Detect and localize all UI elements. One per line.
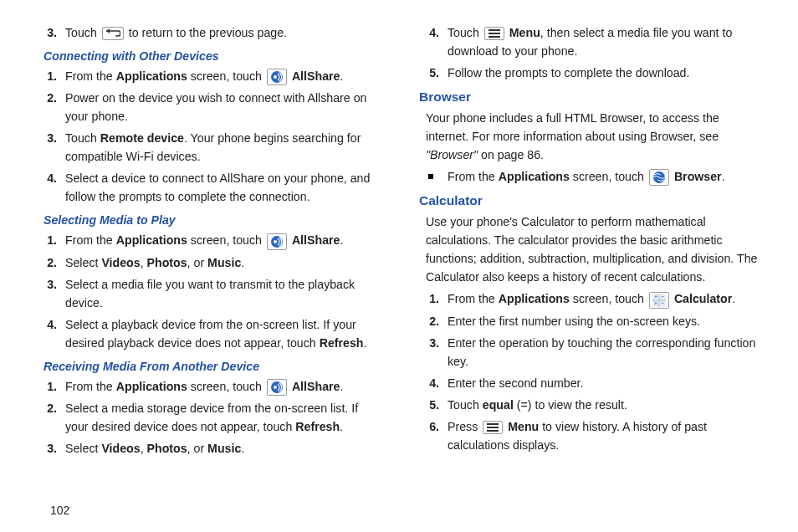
allshare-icon <box>267 379 287 396</box>
svg-rect-17 <box>487 423 499 425</box>
heading-calculator: Calculator <box>419 191 761 211</box>
list-item: 3.Select a media file you want to transm… <box>37 275 379 312</box>
calculator-icon: +−×÷ <box>649 292 669 309</box>
svg-point-3 <box>274 240 277 243</box>
svg-point-1 <box>274 75 277 79</box>
heading-browser: Browser <box>419 87 761 107</box>
menu-icon <box>484 27 504 40</box>
svg-rect-7 <box>489 33 500 34</box>
list-item: 1.From the Applications screen, touch Al… <box>37 231 379 249</box>
svg-rect-19 <box>487 430 499 432</box>
manual-page: 3. Touch to return to the previous page.… <box>0 0 798 532</box>
calculator-intro: Use your phone's Calculator to perform m… <box>419 212 761 286</box>
svg-text:÷: ÷ <box>661 300 664 306</box>
browser-intro: Your phone includes a full HTML Browser,… <box>419 109 761 164</box>
receiving-list: 1.From the Applications screen, touch Al… <box>37 377 379 458</box>
selecting-list: 1.From the Applications screen, touch Al… <box>37 231 379 351</box>
left-top-list: 3. Touch to return to the previous page. <box>37 23 379 42</box>
list-item: 1.From the Applications screen, touch Al… <box>37 377 379 396</box>
right-top-list: 4.Touch Menu, then select a media file y… <box>419 23 761 82</box>
list-item: 4.Touch Menu, then select a media file y… <box>419 23 761 60</box>
list-item: 2.Enter the first number using the on-sc… <box>419 312 761 330</box>
subheading-selecting: Selecting Media to Play <box>43 211 379 229</box>
allshare-icon <box>267 69 287 85</box>
list-item: 4.Enter the second number. <box>419 374 761 392</box>
list-item: 6.Press Menu to view history. A history … <box>419 417 761 454</box>
list-item: 4.Select a playback device from the on-s… <box>37 315 379 352</box>
svg-rect-8 <box>489 36 500 38</box>
list-item: 4.Select a device to connect to AllShare… <box>37 169 379 206</box>
svg-text:−: − <box>661 294 664 299</box>
page-number: 102 <box>50 504 69 517</box>
svg-rect-6 <box>489 29 500 31</box>
list-item: 3.Enter the operation by touching the co… <box>419 334 761 371</box>
list-item: 2.Power on the device you wish to connec… <box>37 89 379 125</box>
list-item: 1.From the Applications screen, touch Al… <box>37 67 379 85</box>
browser-bullet: From the Applications screen, touch Brow… <box>419 167 761 186</box>
browser-icon <box>649 169 669 186</box>
list-item: 2.Select a media storage device from the… <box>37 399 379 436</box>
menu-icon <box>483 421 503 434</box>
svg-text:×: × <box>654 300 657 306</box>
svg-rect-18 <box>487 427 499 428</box>
svg-point-5 <box>274 386 277 389</box>
list-item: 2.Select Videos, Photos, or Music. <box>37 253 379 272</box>
subheading-receiving: Receiving Media From Another Device <box>43 357 379 376</box>
list-item: 5.Touch equal (=) to view the result. <box>419 396 761 414</box>
right-column: 4.Touch Menu, then select a media file y… <box>419 23 761 515</box>
list-item: 1.From the Applications screen, touch +−… <box>419 289 761 308</box>
list-item: 3. Touch to return to the previous page. <box>37 23 379 42</box>
allshare-icon <box>267 233 287 250</box>
svg-text:+: + <box>654 294 657 299</box>
list-item: 3.Touch Remote device. Your phone begins… <box>37 129 379 166</box>
back-icon <box>102 27 124 40</box>
left-column: 3. Touch to return to the previous page.… <box>37 23 379 515</box>
connecting-list: 1.From the Applications screen, touch Al… <box>37 67 379 206</box>
square-bullet-icon <box>419 167 448 184</box>
list-item: 3.Select Videos, Photos, or Music. <box>37 439 379 458</box>
subheading-connecting: Connecting with Other Devices <box>43 47 379 65</box>
list-item: 5.Follow the prompts to complete the dow… <box>419 64 761 82</box>
calculator-list: 1.From the Applications screen, touch +−… <box>419 289 761 453</box>
